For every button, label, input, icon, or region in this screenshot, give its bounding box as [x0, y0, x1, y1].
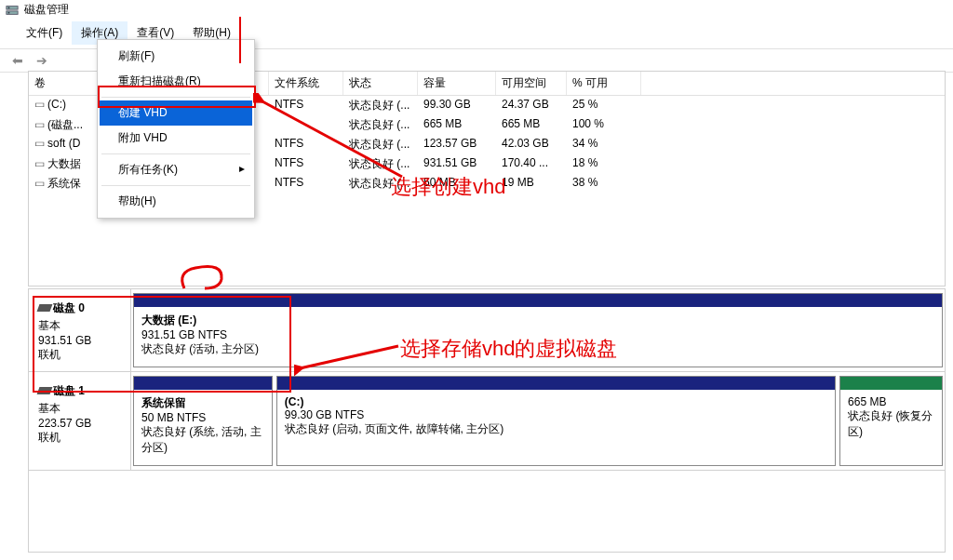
window-title: 磁盘管理: [24, 2, 69, 18]
disk-header[interactable]: 磁盘 0基本931.51 GB联机: [29, 289, 131, 371]
menu-item-attach-vhd[interactable]: 附加 VHD: [100, 126, 252, 151]
disk-graphic-view: 磁盘 0基本931.51 GB联机大数据 (E:)931.51 GB NTFS状…: [28, 288, 946, 553]
disk-header[interactable]: 磁盘 1基本223.57 GB联机: [29, 372, 131, 470]
app-icon: [6, 4, 19, 17]
col-filesystem[interactable]: 文件系统: [269, 72, 343, 95]
partition[interactable]: (C:)99.30 GB NTFS状态良好 (启动, 页面文件, 故障转储, 主…: [276, 376, 836, 466]
menu-item-refresh[interactable]: 刷新(F): [100, 44, 252, 69]
menu-item-help[interactable]: 帮助(H): [100, 189, 252, 214]
drive-icon: ▭: [34, 118, 44, 131]
title-bar: 磁盘管理: [0, 0, 953, 20]
disk-row: 磁盘 1基本223.57 GB联机系统保留50 MB NTFS状态良好 (系统,…: [29, 372, 945, 471]
action-dropdown: 刷新(F) 重新扫描磁盘(R) 创建 VHD 附加 VHD 所有任务(K) 帮助…: [97, 39, 255, 219]
annotation-text-create-vhd: 选择创建vhd: [391, 173, 505, 201]
menu-item-rescan[interactable]: 重新扫描磁盘(R): [100, 69, 252, 94]
partition[interactable]: 系统保留50 MB NTFS状态良好 (系统, 活动, 主分区): [133, 376, 273, 466]
menu-separator: [101, 153, 250, 154]
partition[interactable]: 665 MB状态良好 (恢复分区): [839, 376, 943, 466]
menu-item-create-vhd[interactable]: 创建 VHD: [100, 100, 252, 126]
drive-icon: ▭: [34, 137, 44, 150]
col-free[interactable]: 可用空间: [496, 72, 567, 95]
col-percent[interactable]: % 可用: [567, 72, 641, 95]
nav-back-button[interactable]: ⬅: [7, 51, 28, 70]
partition-stripe: [840, 377, 942, 390]
annotation-text-select-disk: 选择存储vhd的虚拟磁盘: [400, 335, 617, 363]
disk-icon: [37, 304, 53, 312]
menu-separator: [101, 185, 250, 186]
svg-point-2: [8, 7, 10, 8]
drive-icon: ▭: [34, 177, 44, 190]
col-capacity[interactable]: 容量: [418, 72, 496, 95]
menu-item-all-tasks[interactable]: 所有任务(K): [100, 157, 252, 182]
partition-stripe: [277, 377, 835, 390]
disk-icon: [37, 387, 53, 394]
nav-forward-button[interactable]: ➔: [32, 51, 52, 70]
partition-stripe: [134, 377, 272, 390]
col-status[interactable]: 状态: [343, 72, 418, 95]
partition-stripe: [134, 294, 942, 307]
svg-point-3: [8, 11, 10, 13]
menu-file[interactable]: 文件(F): [17, 21, 72, 45]
menu-separator: [101, 97, 250, 98]
drive-icon: ▭: [34, 98, 44, 111]
drive-icon: ▭: [34, 157, 44, 170]
